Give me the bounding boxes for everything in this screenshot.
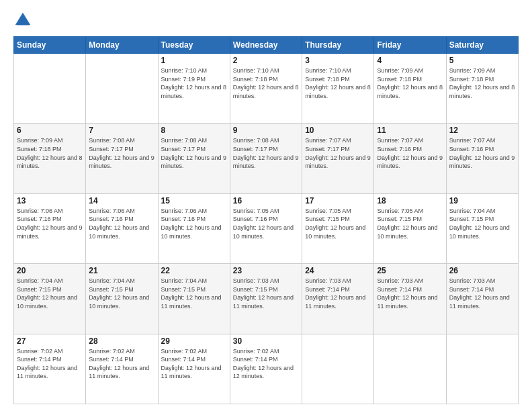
day-number: 27: [17, 336, 83, 346]
calendar-cell: 26Sunrise: 7:03 AMSunset: 7:14 PMDayligh…: [446, 264, 518, 334]
calendar-cell: 22Sunrise: 7:04 AMSunset: 7:15 PMDayligh…: [158, 264, 230, 334]
day-number: 19: [449, 196, 515, 205]
day-number: 30: [233, 336, 299, 346]
day-info: Sunrise: 7:07 AMSunset: 7:16 PMDaylight:…: [449, 136, 515, 170]
day-info: Sunrise: 7:10 AMSunset: 7:18 PMDaylight:…: [233, 66, 299, 100]
day-number: 11: [377, 126, 443, 135]
calendar-cell: 1Sunrise: 7:10 AMSunset: 7:19 PMDaylight…: [158, 54, 230, 124]
day-number: 14: [89, 196, 154, 205]
day-info: Sunrise: 7:03 AMSunset: 7:14 PMDaylight:…: [377, 277, 443, 310]
calendar-cell: [86, 54, 158, 124]
day-number: 5: [449, 56, 515, 65]
calendar-cell: 18Sunrise: 7:05 AMSunset: 7:15 PMDayligh…: [374, 193, 446, 263]
logo: [13, 11, 35, 30]
day-info: Sunrise: 7:02 AMSunset: 7:14 PMDaylight:…: [161, 347, 227, 381]
calendar-cell: 10Sunrise: 7:07 AMSunset: 7:17 PMDayligh…: [302, 124, 374, 193]
weekday-header: Saturday: [446, 37, 518, 54]
day-number: 29: [161, 336, 227, 346]
calendar-cell: 15Sunrise: 7:06 AMSunset: 7:16 PMDayligh…: [158, 193, 230, 263]
calendar-cell: 19Sunrise: 7:04 AMSunset: 7:15 PMDayligh…: [446, 193, 518, 263]
weekday-header: Friday: [374, 37, 446, 54]
calendar-week-row: 6Sunrise: 7:09 AMSunset: 7:18 PMDaylight…: [14, 124, 519, 193]
calendar-cell: [302, 334, 374, 404]
day-number: 26: [449, 266, 515, 275]
day-number: 28: [89, 336, 154, 346]
day-info: Sunrise: 7:03 AMSunset: 7:15 PMDaylight:…: [233, 277, 299, 310]
day-info: Sunrise: 7:02 AMSunset: 7:14 PMDaylight:…: [89, 347, 154, 381]
calendar-cell: 6Sunrise: 7:09 AMSunset: 7:18 PMDaylight…: [14, 124, 86, 193]
weekday-header: Wednesday: [230, 37, 302, 54]
day-info: Sunrise: 7:04 AMSunset: 7:15 PMDaylight:…: [89, 277, 154, 310]
calendar-table: SundayMondayTuesdayWednesdayThursdayFrid…: [13, 36, 519, 404]
calendar-cell: 14Sunrise: 7:06 AMSunset: 7:16 PMDayligh…: [86, 193, 158, 263]
calendar-cell: 21Sunrise: 7:04 AMSunset: 7:15 PMDayligh…: [86, 264, 158, 334]
calendar-cell: 4Sunrise: 7:09 AMSunset: 7:18 PMDaylight…: [374, 54, 446, 124]
day-number: 9: [233, 126, 299, 135]
calendar-cell: 16Sunrise: 7:05 AMSunset: 7:16 PMDayligh…: [230, 193, 302, 263]
day-number: 10: [305, 126, 371, 135]
calendar-cell: 7Sunrise: 7:08 AMSunset: 7:17 PMDaylight…: [86, 124, 158, 193]
day-info: Sunrise: 7:03 AMSunset: 7:14 PMDaylight:…: [449, 277, 515, 310]
calendar-cell: 13Sunrise: 7:06 AMSunset: 7:16 PMDayligh…: [14, 193, 86, 263]
day-number: 1: [161, 56, 227, 65]
day-number: 16: [233, 196, 299, 205]
day-number: 7: [89, 126, 154, 135]
day-info: Sunrise: 7:07 AMSunset: 7:17 PMDaylight:…: [305, 136, 371, 170]
calendar-header-row: SundayMondayTuesdayWednesdayThursdayFrid…: [14, 37, 519, 54]
calendar-cell: 20Sunrise: 7:04 AMSunset: 7:15 PMDayligh…: [14, 264, 86, 334]
day-info: Sunrise: 7:05 AMSunset: 7:15 PMDaylight:…: [305, 207, 371, 240]
day-info: Sunrise: 7:06 AMSunset: 7:16 PMDaylight:…: [89, 207, 154, 240]
day-info: Sunrise: 7:05 AMSunset: 7:16 PMDaylight:…: [233, 207, 299, 240]
header: [13, 11, 519, 30]
day-number: 25: [377, 266, 443, 275]
day-number: 3: [305, 56, 371, 65]
calendar-cell: 5Sunrise: 7:09 AMSunset: 7:18 PMDaylight…: [446, 54, 518, 124]
weekday-header: Monday: [86, 37, 158, 54]
calendar-cell: 12Sunrise: 7:07 AMSunset: 7:16 PMDayligh…: [446, 124, 518, 193]
day-number: 15: [161, 196, 227, 205]
day-number: 22: [161, 266, 227, 275]
calendar-cell: 23Sunrise: 7:03 AMSunset: 7:15 PMDayligh…: [230, 264, 302, 334]
day-info: Sunrise: 7:08 AMSunset: 7:17 PMDaylight:…: [161, 136, 227, 170]
calendar-cell: 2Sunrise: 7:10 AMSunset: 7:18 PMDaylight…: [230, 54, 302, 124]
calendar-cell: 8Sunrise: 7:08 AMSunset: 7:17 PMDaylight…: [158, 124, 230, 193]
day-info: Sunrise: 7:05 AMSunset: 7:15 PMDaylight:…: [377, 207, 443, 240]
day-number: 12: [449, 126, 515, 135]
day-info: Sunrise: 7:06 AMSunset: 7:16 PMDaylight:…: [17, 207, 83, 240]
day-info: Sunrise: 7:06 AMSunset: 7:16 PMDaylight:…: [161, 207, 227, 240]
day-info: Sunrise: 7:08 AMSunset: 7:17 PMDaylight:…: [233, 136, 299, 170]
calendar-week-row: 20Sunrise: 7:04 AMSunset: 7:15 PMDayligh…: [14, 264, 519, 334]
day-info: Sunrise: 7:08 AMSunset: 7:17 PMDaylight:…: [89, 136, 154, 170]
calendar-week-row: 13Sunrise: 7:06 AMSunset: 7:16 PMDayligh…: [14, 193, 519, 263]
day-info: Sunrise: 7:04 AMSunset: 7:15 PMDaylight:…: [17, 277, 83, 310]
day-number: 13: [17, 196, 83, 205]
calendar-cell: [374, 334, 446, 404]
day-number: 17: [305, 196, 371, 205]
day-number: 21: [89, 266, 154, 275]
page: SundayMondayTuesdayWednesdayThursdayFrid…: [0, 0, 532, 411]
calendar-cell: 28Sunrise: 7:02 AMSunset: 7:14 PMDayligh…: [86, 334, 158, 404]
day-info: Sunrise: 7:02 AMSunset: 7:14 PMDaylight:…: [233, 347, 299, 381]
day-info: Sunrise: 7:09 AMSunset: 7:18 PMDaylight:…: [377, 66, 443, 100]
day-info: Sunrise: 7:07 AMSunset: 7:16 PMDaylight:…: [377, 136, 443, 170]
day-info: Sunrise: 7:04 AMSunset: 7:15 PMDaylight:…: [449, 207, 515, 240]
day-info: Sunrise: 7:02 AMSunset: 7:14 PMDaylight:…: [17, 347, 83, 381]
day-number: 18: [377, 196, 443, 205]
calendar-cell: [14, 54, 86, 124]
calendar-cell: 9Sunrise: 7:08 AMSunset: 7:17 PMDaylight…: [230, 124, 302, 193]
calendar-cell: 3Sunrise: 7:10 AMSunset: 7:18 PMDaylight…: [302, 54, 374, 124]
day-info: Sunrise: 7:09 AMSunset: 7:18 PMDaylight:…: [17, 136, 83, 170]
calendar-week-row: 1Sunrise: 7:10 AMSunset: 7:19 PMDaylight…: [14, 54, 519, 124]
day-number: 24: [305, 266, 371, 275]
day-number: 8: [161, 126, 227, 135]
calendar-week-row: 27Sunrise: 7:02 AMSunset: 7:14 PMDayligh…: [14, 334, 519, 404]
weekday-header: Tuesday: [158, 37, 230, 54]
logo-icon: [13, 11, 32, 30]
day-info: Sunrise: 7:03 AMSunset: 7:14 PMDaylight:…: [305, 277, 371, 310]
calendar-cell: 25Sunrise: 7:03 AMSunset: 7:14 PMDayligh…: [374, 264, 446, 334]
calendar-cell: [446, 334, 518, 404]
calendar-cell: 30Sunrise: 7:02 AMSunset: 7:14 PMDayligh…: [230, 334, 302, 404]
day-info: Sunrise: 7:04 AMSunset: 7:15 PMDaylight:…: [161, 277, 227, 310]
calendar-cell: 17Sunrise: 7:05 AMSunset: 7:15 PMDayligh…: [302, 193, 374, 263]
day-number: 4: [377, 56, 443, 65]
